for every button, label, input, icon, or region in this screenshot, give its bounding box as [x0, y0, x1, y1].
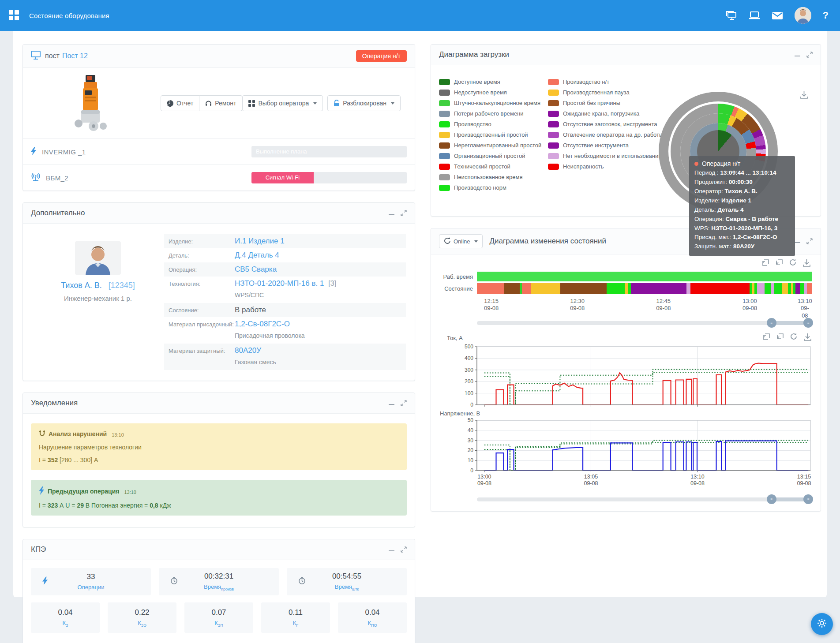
apps-grid-icon[interactable] — [9, 10, 19, 21]
minimize-icon[interactable] — [389, 550, 394, 551]
laptop-icon[interactable] — [749, 10, 760, 21]
legend-swatch — [439, 79, 450, 85]
refresh-icon[interactable] — [790, 333, 797, 343]
detail-value[interactable]: СВ5 Сварка — [235, 265, 277, 274]
timeline-scrollbar[interactable]: ≡ ≡ — [477, 318, 812, 328]
legend-item: Потери рабочего времени — [439, 109, 541, 118]
kpi-value: 0.04 — [58, 608, 72, 617]
timeline-band-state[interactable] — [477, 283, 812, 294]
legend-label: Простой без причины — [563, 100, 620, 106]
legend-item: Ожидание крана, погрузчика — [548, 109, 663, 118]
status-dot-icon — [694, 162, 698, 166]
mail-icon[interactable] — [772, 10, 783, 21]
minimize-icon[interactable] — [389, 404, 394, 405]
kpi-content: 0.22КЗЭ — [135, 608, 149, 628]
clock-icon — [170, 577, 178, 586]
legend-label: Производственный простой — [454, 131, 528, 138]
caret-down-icon — [474, 240, 478, 243]
workstations-icon[interactable] — [726, 10, 737, 21]
svg-text:400: 400 — [465, 355, 473, 361]
kpi-value: 0.22 — [135, 608, 149, 617]
state-segment — [804, 283, 807, 294]
zoom-box-icon[interactable] — [763, 333, 770, 343]
refresh-icon[interactable] — [789, 259, 796, 269]
current-line-chart[interactable]: 0100200300400500 — [456, 343, 813, 409]
svg-text:0: 0 — [470, 467, 473, 474]
zoom-box-icon[interactable] — [762, 259, 769, 269]
kpi-label: КГ — [289, 620, 303, 628]
expand-icon[interactable] — [401, 210, 407, 216]
legend-item: Технический простой — [439, 162, 541, 171]
legend-swatch — [548, 164, 559, 170]
legend-item: Производство н/т — [548, 78, 663, 86]
post-label: пост — [45, 52, 60, 60]
svg-text:500: 500 — [465, 344, 473, 350]
download-icon[interactable] — [800, 91, 808, 101]
download-icon[interactable] — [803, 333, 812, 343]
tooltip-row: Операция: Сварка - В работе — [694, 215, 790, 224]
card-title: Диаграмма загрузки — [439, 50, 509, 59]
detail-value[interactable]: Д.4 Деталь 4 — [235, 251, 279, 260]
post-name-link[interactable]: Пост 12 — [62, 52, 88, 60]
state-segment — [765, 283, 771, 294]
gear-icon — [817, 618, 827, 630]
expand-icon[interactable] — [401, 400, 407, 406]
state-segment — [504, 283, 520, 294]
legend-label: Отсутствие заготовок, инструмента — [563, 121, 657, 127]
kpi-value: 0.11 — [289, 608, 303, 617]
kpi-box: 0.07КЗП — [184, 602, 253, 633]
tooltip-row: Оператор: Тихов А. В. — [694, 187, 790, 196]
download-icon[interactable] — [802, 259, 811, 269]
operator-select-button[interactable]: Выбор оператора — [242, 95, 323, 111]
zoom-reset-icon[interactable] — [776, 333, 784, 343]
expand-icon[interactable] — [401, 546, 407, 553]
unlock-button[interactable]: Разблокирован — [327, 95, 401, 111]
svg-text:100: 100 — [465, 390, 473, 396]
detail-label: Операция: — [169, 266, 235, 273]
tooltip-row: Защитн. мат.: 80А20У — [694, 242, 790, 251]
kpi-label: КЗП — [211, 620, 226, 628]
tooltip-title: Операция н/т — [702, 160, 740, 167]
legend-label: Отвлечение оператора на др. работы — [563, 131, 663, 138]
charts-scrollbar[interactable]: ≡ ≡ — [477, 494, 812, 504]
legend-item: Производственный простой — [439, 131, 541, 139]
minimize-icon[interactable] — [389, 214, 394, 215]
detail-value[interactable]: 80А20У — [235, 346, 261, 355]
slider-handle-right[interactable]: ≡ — [803, 494, 813, 504]
minimize-icon[interactable] — [795, 56, 800, 56]
legend-item: Штучно-калькуляционное время — [439, 99, 541, 107]
legend-item: Производство норм — [439, 183, 541, 192]
online-mode-button[interactable]: Online — [439, 234, 483, 248]
operator-name-link[interactable]: Тихов А. В. — [61, 281, 102, 290]
voltage-line-chart[interactable]: 0102030405013:0009-0813:0509-0813:1009-0… — [456, 417, 813, 491]
settings-fab[interactable] — [811, 613, 833, 635]
kpi-box: 0.04КПО — [338, 602, 407, 633]
repair-button[interactable]: Ремонт — [199, 95, 242, 111]
detail-value[interactable]: 1,2-Св-08Г2С-О — [235, 320, 290, 329]
slider-handle-right[interactable]: ≡ — [803, 318, 813, 328]
timeline-band-worktime[interactable] — [477, 272, 812, 281]
timeline-row-label: Состояние — [440, 285, 477, 292]
device-progress-bar[interactable]: Сигнал Wi-Fi — [251, 172, 407, 183]
notifications-card: Уведомления Анализ нарушений13:10Нарушен… — [22, 393, 415, 527]
kpi-box: 00:32:31Времяпроизв — [159, 568, 279, 595]
legend-label: Доступное время — [454, 79, 500, 85]
expand-icon[interactable] — [806, 238, 813, 244]
slider-handle-left[interactable]: ≡ — [767, 494, 776, 504]
report-button[interactable]: Отчет — [161, 95, 199, 111]
help-icon[interactable]: ? — [823, 10, 829, 21]
user-avatar[interactable] — [795, 7, 811, 24]
device-progress-bar[interactable]: Выполнение плана — [251, 146, 407, 157]
zoom-reset-icon[interactable] — [776, 259, 783, 269]
legend-item: Простой без причины — [548, 99, 663, 107]
expand-icon[interactable] — [806, 52, 813, 58]
detail-value[interactable]: И.1 Изделие 1 — [235, 237, 285, 246]
state-segment — [560, 283, 607, 294]
kpi-label: Времяштк — [332, 583, 361, 591]
notification-time: 13:10 — [124, 490, 136, 495]
detail-value[interactable]: НЗТО-01-2020-МП-16 в. 1 — [235, 279, 324, 288]
minimize-icon[interactable] — [795, 242, 800, 243]
legend-label: Неисправность — [563, 163, 604, 170]
slider-handle-left[interactable]: ≡ — [767, 318, 776, 328]
axis-tick: 12:1509-08 — [484, 298, 499, 312]
